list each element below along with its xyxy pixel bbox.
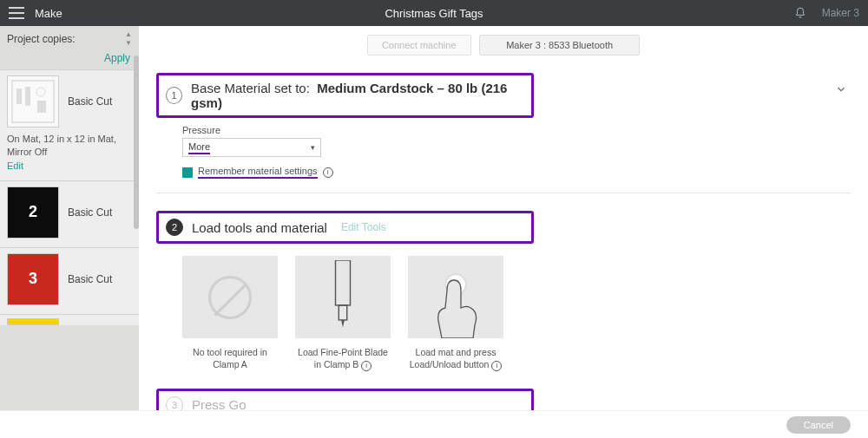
tool-caption-b: Load Fine-Point Blade in Clamp B i	[295, 347, 391, 371]
svg-rect-5	[336, 260, 351, 305]
bell-icon[interactable]	[794, 7, 806, 19]
step2-badge: 2	[166, 219, 183, 236]
info-icon[interactable]: i	[361, 361, 372, 371]
mat-label-1: Basic Cut	[68, 95, 112, 108]
tool-caption-a: No tool required in Clamp A	[182, 347, 278, 370]
step2-header[interactable]: 2 Load tools and material Edit Tools	[156, 211, 534, 244]
svg-rect-6	[339, 305, 346, 320]
svg-marker-7	[341, 320, 345, 328]
device-label[interactable]: Maker 3	[822, 7, 859, 19]
mat-thumb-4	[7, 318, 59, 325]
page-title: Christmas Gift Tags	[385, 7, 483, 20]
step1-title: Base Material set to: Medium Cardstock –…	[191, 81, 524, 110]
machine-select-button[interactable]: Maker 3 : 8533 Bluetooth	[479, 35, 640, 56]
mat-tile-1[interactable]: Basic Cut On Mat, 12 in x 12 in Mat, Mir…	[0, 69, 139, 180]
footer: Cancel	[0, 410, 868, 438]
make-label: Make	[35, 7, 62, 20]
cancel-button[interactable]: Cancel	[786, 416, 851, 434]
sidebar: Project copies: 1 ▲▼ Apply Basic Cut On …	[0, 26, 139, 438]
mat-edit-link[interactable]: Edit	[7, 160, 23, 171]
svg-rect-2	[25, 87, 30, 106]
step3-header[interactable]: 3 Press Go	[156, 389, 534, 410]
chevron-down-icon[interactable]	[835, 83, 847, 95]
svg-rect-1	[16, 88, 22, 104]
remember-checkbox[interactable]	[182, 167, 193, 178]
main: Connect machine Maker 3 : 8533 Bluetooth…	[139, 26, 868, 410]
no-tool-icon	[208, 276, 252, 319]
info-icon[interactable]: i	[491, 361, 502, 371]
copies-value: 1	[114, 33, 120, 45]
info-icon[interactable]: i	[323, 167, 333, 178]
hamburger-menu-icon[interactable]	[9, 7, 24, 19]
pressure-label: Pressure	[182, 125, 851, 135]
project-copies-label: Project copies:	[7, 33, 76, 45]
chevron-down-icon: ▾	[311, 143, 315, 152]
mat-info: On Mat, 12 in x 12 in Mat, Mirror Off	[7, 133, 132, 159]
copies-stepper[interactable]: ▲▼	[125, 31, 132, 47]
step3-title: Press Go	[192, 397, 247, 410]
step3-badge: 3	[166, 396, 183, 410]
step2-title: Load tools and material	[192, 220, 327, 235]
apply-link[interactable]: Apply	[0, 52, 139, 64]
mat-label-2: Basic Cut	[68, 206, 112, 219]
mat-tile-2[interactable]: 2 Basic Cut	[0, 180, 139, 247]
tool-caption-load: Load mat and press Load/Unload button i	[408, 347, 503, 371]
step1-header[interactable]: 1 Base Material set to: Medium Cardstock…	[156, 73, 534, 118]
mat-thumb-1	[7, 75, 59, 127]
finger-icon	[430, 273, 490, 338]
mat-tile-3[interactable]: 3 Basic Cut	[0, 247, 139, 314]
svg-rect-4	[37, 101, 46, 113]
connect-machine-button[interactable]: Connect machine	[367, 35, 471, 56]
tool-card-load: Load mat and press Load/Unload button i	[408, 256, 503, 371]
mat-thumb-3: 3	[7, 253, 59, 305]
remember-label: Remember material settings	[198, 166, 318, 179]
step1-badge: 1	[166, 87, 182, 104]
pressure-select[interactable]: More ▾	[182, 138, 321, 157]
mat-label-3: Basic Cut	[68, 273, 112, 285]
tool-card-clamp-b: Load Fine-Point Blade in Clamp B i	[295, 256, 391, 371]
blade-icon	[321, 260, 365, 334]
mat-tile-4[interactable]	[0, 314, 139, 325]
edit-tools-link[interactable]: Edit Tools	[341, 221, 386, 233]
tool-card-clamp-a: No tool required in Clamp A	[182, 256, 278, 371]
top-bar: Make Christmas Gift Tags Maker 3	[0, 0, 868, 26]
mat-thumb-2: 2	[7, 186, 59, 239]
